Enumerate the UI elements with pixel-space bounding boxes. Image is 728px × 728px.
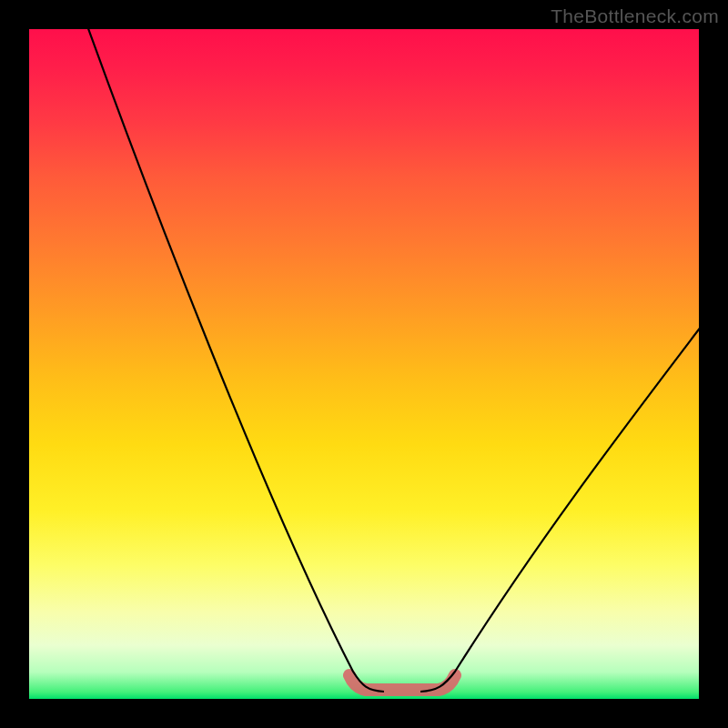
chart-svg <box>29 29 699 699</box>
bottleneck-curve-left <box>82 29 384 692</box>
watermark-text: TheBottleneck.com <box>551 5 719 27</box>
chart-plot-area <box>29 29 699 699</box>
bottleneck-curve-right <box>420 322 699 692</box>
